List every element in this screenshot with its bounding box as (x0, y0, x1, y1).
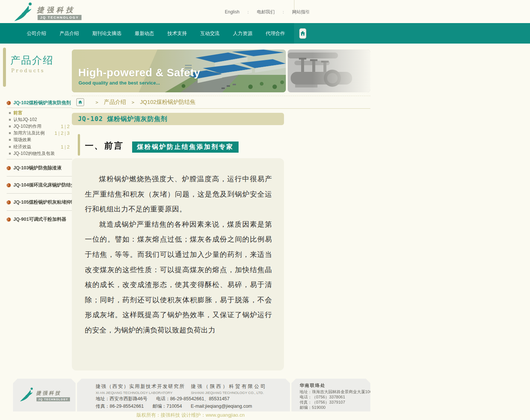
footer-email[interactable]: E-mail:jieqiang@jieqiang.com (191, 404, 252, 409)
nav-item-agency[interactable]: 代理合作 (266, 30, 285, 37)
sidebar-item-label: JQ-901可调式干粉加料器 (13, 216, 66, 223)
arrow-badge-icon: 》 (7, 200, 11, 204)
sidebar-title: 产品介绍 (10, 54, 54, 67)
home-icon (78, 100, 83, 105)
page-separator: | (58, 130, 60, 136)
footer-address: 地址：西安市西影路46号 (96, 396, 147, 401)
south-office-phone: 电话：（0756）3378061 (300, 394, 345, 400)
sidebar-subitem-foreword[interactable]: 前言 (9, 109, 72, 116)
sidebar-subitem-field-results[interactable]: 现场效果 (9, 137, 72, 143)
sidebar-subitem-about[interactable]: 认知JQ-102 (9, 116, 72, 123)
header: 捷强科技 JQ TECHNOLOGY English ： 电邮我们 ： 网站指引 (0, 0, 530, 23)
subitem-label: 现场效果 (13, 137, 31, 143)
nav-item-news[interactable]: 最新动态 (135, 30, 154, 37)
breadcrumb-home-button[interactable] (76, 98, 84, 106)
logo-swoosh-icon (13, 1, 36, 22)
main-nav: 公司介绍 产品介绍 期刊论文摘选 最新动态 技术支持 互动交流 人力资源 代理合… (0, 23, 530, 44)
sidebar-item-label: JQ-102煤粉锅炉清灰防焦剂 (13, 100, 71, 106)
footer-logo-cn: 捷强科技 (36, 390, 61, 397)
page-link[interactable]: 1 (61, 124, 63, 129)
home-button[interactable] (299, 28, 306, 39)
sidebar-item-row: 》 JQ-104循环流化床锅炉防结焦剂 (7, 180, 72, 190)
sidebar-item-row: 》 JQ-103锅炉防焦除渣液 (7, 163, 72, 173)
square-bullet-icon (9, 119, 11, 121)
nav-item-support[interactable]: 技术支持 (167, 30, 187, 37)
link-email-us[interactable]: 电邮我们 (257, 9, 275, 15)
nav-item-company[interactable]: 公司介绍 (27, 30, 46, 37)
sidebar-item-jq901[interactable]: 》 JQ-901可调式干粉加料器 (7, 210, 72, 228)
copyright: 版权所有：接强科技 设计维护：www.guangjiao.cn (0, 412, 381, 419)
page-link[interactable]: 2 (67, 144, 70, 150)
arrow-badge-icon: 》 (7, 166, 11, 170)
footer-address-line: 地址：西安市西影路46号 电话：86-29-85542661、85531457 (96, 396, 237, 402)
nav-item-products[interactable]: 产品介绍 (60, 30, 79, 37)
sidebar-item-label: JQ-105煤粉锅炉积灰粘堵抑制剂 (13, 199, 80, 206)
logo-swoosh-icon (19, 386, 36, 402)
footer-org2-cn: 捷强（陕西）科贸有限公司 (191, 383, 267, 390)
copyright-text: 版权所有：接强科技 设计维护： (137, 412, 206, 418)
sidebar-item-row: 》 JQ-105煤粉锅炉积灰粘堵抑制剂 (7, 197, 72, 207)
page: 捷强科技 JQ TECHNOLOGY English ： 电邮我们 ： 网站指引… (0, 0, 530, 420)
footer-contact-line: 传真：86-29-85542661 邮编：710054 E-mail:jieqi… (96, 403, 259, 410)
logo-name-cn: 捷强科技 (37, 5, 76, 15)
square-bullet-icon (9, 139, 11, 141)
sidebar-item-jq105[interactable]: 》 JQ-105煤粉锅炉积灰粘堵抑制剂 (7, 193, 72, 210)
footer-fax: 传真：86-29-85542661 (96, 404, 144, 409)
nav-item-journal[interactable]: 期刊论文摘选 (92, 30, 121, 37)
square-bullet-icon (9, 132, 11, 134)
page-link[interactable]: 1 (55, 130, 57, 136)
subitem-label: JQ-102的作用 (13, 123, 41, 130)
subitem-label: JQ-102的物性及包装 (13, 150, 55, 157)
south-office-fax: 传真：（0756）3379107 (300, 400, 345, 405)
breadcrumb-separator: ＞ (95, 99, 99, 106)
sidebar-item-jq102[interactable]: 》 JQ-102煤粉锅炉清灰防焦剂 (7, 98, 72, 108)
banner-factory-image: High-powered & Safety Good quality and t… (72, 50, 286, 92)
link-site-guide[interactable]: 网站指引 (292, 9, 310, 15)
expert-badge: 煤粉锅炉防止结焦添加剂专家 (132, 141, 239, 153)
breadcrumb-current: JQ102煤粉锅炉防结焦 (140, 99, 195, 106)
sidebar-subitem-economics[interactable]: 经济效益 1|2 (9, 143, 72, 150)
paragraph: 煤粉锅炉燃烧热强度大、炉膛温度高，运行中很易产生严重结焦和积灰（灰堵）问题，这是… (85, 172, 272, 217)
sidebar-accent-bar (3, 48, 6, 87)
page-link[interactable]: 3 (67, 130, 70, 136)
sidebar-subitem-function[interactable]: JQ-102的作用 1|2 (9, 123, 72, 130)
breadcrumb-separator: ＞ (131, 99, 135, 106)
pagination: 1|2 (60, 144, 72, 150)
page-title: JQ-102 煤粉锅炉清灰防焦剂 (72, 113, 284, 125)
south-office-zip: 邮编：519000 (300, 405, 326, 410)
page-link[interactable]: 2 (67, 124, 70, 129)
square-bullet-icon (9, 153, 11, 155)
footer-company-card: 捷强（西安）实用新技术开发研究所 捷强（陕西）科贸有限公司 XI AN JIEQ… (77, 379, 290, 411)
sidebar-item-jq103[interactable]: 》 JQ-103锅炉防焦除渣液 (7, 159, 72, 176)
page-link[interactable]: 2 (61, 130, 63, 136)
banner-headline: High-powered & Safety (78, 67, 200, 79)
sidebar-item-jq104[interactable]: 》 JQ-104循环流化床锅炉防结焦剂 (7, 176, 72, 193)
sidebar-item-label: JQ-104循环流化床锅炉防结焦剂 (13, 182, 80, 188)
company-logo[interactable]: 捷强科技 JQ TECHNOLOGY (13, 1, 76, 22)
footer-logo-card: 捷强科技 JQ TECHNOLOGY (13, 379, 76, 411)
link-english[interactable]: English (225, 9, 239, 15)
section-accent-bar (78, 134, 80, 156)
sidebar-item-row: 》 JQ-901可调式干粉加料器 (7, 214, 72, 224)
sidebar-subitem-packaging[interactable]: JQ-102的物性及包装 (9, 150, 72, 157)
south-office-title: 华南联络处 (300, 382, 326, 389)
pagination: 1|2|3 (54, 130, 72, 136)
equipment-illustration (288, 50, 370, 92)
link-separator: ： (246, 9, 250, 15)
page-link[interactable]: 1 (61, 144, 63, 150)
breadcrumb-products[interactable]: 产品介绍 (104, 99, 126, 106)
sidebar-subitem-usage[interactable]: 加用方法及比例 1|2|3 (9, 130, 72, 137)
section-title: 一、前言 (84, 140, 124, 152)
banner-equipment-image (288, 50, 370, 92)
banner-tagline: Good quality and the best service... (79, 80, 160, 86)
footer-south-office-card: 华南联络处 地址：珠海吉大园林路金景商业大厦10C 电话：（0756）33780… (291, 379, 370, 411)
nav-item-hr[interactable]: 人力资源 (233, 30, 252, 37)
link-separator: ： (281, 9, 285, 15)
article-body: 煤粉锅炉燃烧热强度大、炉膛温度高，运行中很易产生严重结焦和积灰（灰堵）问题，这是… (72, 158, 284, 370)
main-nav-items: 公司介绍 产品介绍 期刊论文摘选 最新动态 技术支持 互动交流 人力资源 代理合… (0, 23, 294, 44)
page-separator: | (64, 144, 66, 150)
paragraph: 就造成锅炉严重结焦的各种因素来说，煤质因素是第一位的。譬如：煤灰熔点过低；煤灰各… (85, 217, 272, 338)
nav-item-interact[interactable]: 互动交流 (200, 30, 220, 37)
copyright-link[interactable]: www.guangjiao.cn (205, 412, 245, 418)
footer-org1-en: XI AN JIEQIANG TECHNOLOGY LABORATORY (96, 391, 173, 395)
